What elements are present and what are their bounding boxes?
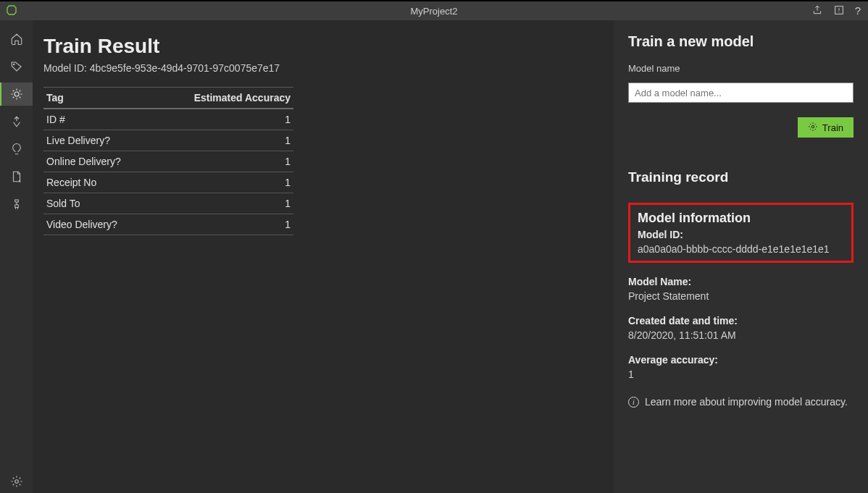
- titlebar-actions: ?: [811, 4, 868, 18]
- sidebar: [0, 20, 33, 493]
- avgacc-key: Average accuracy:: [628, 354, 854, 366]
- model-name-value: Project Statement: [628, 290, 854, 302]
- svg-point-4: [14, 92, 19, 96]
- main-content: Train Result Model ID: 4bc9e5fe-953e-49d…: [33, 20, 614, 493]
- feedback-icon[interactable]: [833, 4, 845, 18]
- model-id-label: Model ID:: [638, 229, 844, 240]
- model-information-highlight: Model information Model ID: a0a0a0a0-bbb…: [628, 203, 854, 263]
- table-row: Receipt No1: [43, 172, 293, 193]
- sidebar-item-train[interactable]: [0, 83, 33, 106]
- created-kv: Created date and time: 8/20/2020, 11:51:…: [628, 308, 854, 341]
- model-name-label: Model name: [628, 63, 854, 74]
- train-button[interactable]: Train: [798, 117, 854, 138]
- model-name-kv: Model Name: Project Statement: [628, 269, 854, 302]
- share-icon[interactable]: [811, 4, 823, 18]
- created-value: 8/20/2020, 11:51:01 AM: [628, 329, 854, 341]
- col-accuracy: Estimated Accuracy: [154, 88, 293, 109]
- sidebar-item-home[interactable]: [0, 28, 33, 51]
- col-tag: Tag: [43, 88, 154, 109]
- model-name-key: Model Name:: [628, 276, 854, 287]
- page-title: Train Result: [43, 35, 592, 58]
- model-id-subheading: Model ID: 4bc9e5fe-953e-49d4-9701-97c007…: [43, 62, 592, 74]
- avgacc-kv: Average accuracy: 1: [628, 347, 854, 380]
- svg-point-2: [838, 12, 839, 12]
- sidebar-item-compose[interactable]: [0, 110, 33, 133]
- table-row: Live Delivery?1: [43, 130, 293, 151]
- svg-point-5: [14, 480, 18, 484]
- table-row: Sold To1: [43, 193, 293, 214]
- right-panel: Train a new model Model name Train Train…: [614, 20, 868, 493]
- model-name-input[interactable]: [628, 83, 854, 103]
- table-row: Online Delivery?1: [43, 151, 293, 172]
- info-icon: i: [628, 397, 639, 408]
- sidebar-item-predict[interactable]: [0, 138, 33, 161]
- model-id-record-value: a0a0a0a0-bbbb-cccc-dddd-e1e1e1e1e1e1: [638, 243, 844, 255]
- train-new-heading: Train a new model: [628, 33, 854, 50]
- sidebar-item-connections[interactable]: [0, 193, 33, 216]
- avgacc-value: 1: [628, 368, 854, 380]
- training-record-heading: Training record: [628, 169, 854, 185]
- sidebar-item-tags[interactable]: [0, 55, 33, 78]
- window-title: MyProject2: [0, 6, 868, 17]
- app-logo-icon: [6, 4, 17, 18]
- train-gear-icon: [808, 122, 818, 134]
- help-icon[interactable]: ?: [855, 4, 861, 18]
- svg-point-3: [13, 64, 14, 65]
- created-key: Created date and time:: [628, 315, 854, 326]
- svg-point-6: [811, 125, 814, 128]
- title-bar: MyProject2 ?: [0, 0, 868, 20]
- results-table: Tag Estimated Accuracy ID #1 Live Delive…: [43, 87, 293, 235]
- table-row: Video Delivery?1: [43, 214, 293, 235]
- learn-more-link[interactable]: i Learn more about improving model accur…: [628, 396, 854, 408]
- sidebar-item-document[interactable]: [0, 165, 33, 188]
- table-row: ID #1: [43, 109, 293, 130]
- model-info-heading: Model information: [638, 211, 844, 226]
- sidebar-item-settings[interactable]: [0, 470, 33, 493]
- model-id-value: 4bc9e5fe-953e-49d4-9701-97c0075e7e17: [90, 62, 280, 74]
